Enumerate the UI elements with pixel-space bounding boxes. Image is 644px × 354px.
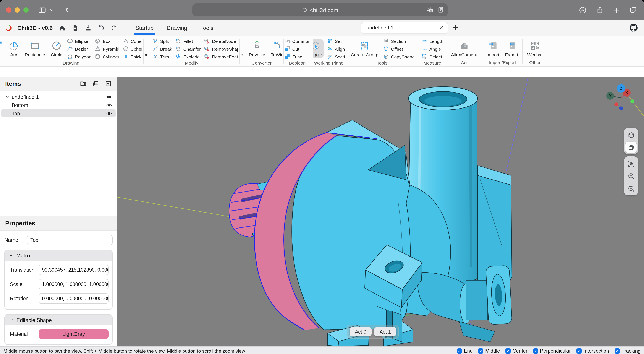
ribbon-button-mirror[interactable]: Mirror xyxy=(145,40,149,58)
act-button-act-0[interactable]: Act 0 xyxy=(350,327,372,336)
ribbon-button-removeshapes[interactable]: RemoveShapes xyxy=(204,45,238,53)
chevron-down-icon[interactable] xyxy=(49,7,54,13)
ribbon-button-explode[interactable]: Explode xyxy=(175,53,201,60)
eye-icon[interactable] xyxy=(106,94,112,100)
ribbon-button-box[interactable]: Box xyxy=(94,37,119,45)
reader-mode-icon[interactable] xyxy=(437,6,444,14)
ribbon-button-offset[interactable]: Offset xyxy=(383,45,415,53)
ribbon-button-angle[interactable]: Angle xyxy=(421,45,443,53)
minimize-window-button[interactable] xyxy=(15,7,20,13)
ribbon-button-align[interactable]: Align xyxy=(326,45,345,53)
viewport-3d[interactable]: Z X Y Act 0Act 1 xyxy=(117,77,644,346)
ribbon-button-fuse[interactable]: Fuse xyxy=(285,53,310,60)
tree-item-undefined-1[interactable]: undefined 1 xyxy=(1,93,116,101)
ribbon-button-toggle[interactable]: Toggle xyxy=(313,40,324,58)
ribbon-button-pyramid[interactable]: Pyramid xyxy=(94,45,119,53)
snap-toggle-tracking[interactable]: ✓Tracking xyxy=(615,348,640,353)
ribbon-button-thicksolid[interactable]: ThickSolid xyxy=(122,53,142,60)
redo-icon[interactable] xyxy=(110,24,118,32)
ribbon-button-line[interactable]: Line xyxy=(0,40,4,58)
ribbon-button-cone[interactable]: Cone xyxy=(122,37,142,45)
ribbon-button-circle[interactable]: Circle xyxy=(50,40,64,58)
undo-icon[interactable] xyxy=(97,24,104,32)
new-folder-icon[interactable] xyxy=(80,80,86,87)
ribbon-button-section[interactable]: Section xyxy=(383,37,415,45)
ribbon-button-rectangle[interactable]: Rectangle xyxy=(24,40,46,58)
new-tab-icon[interactable] xyxy=(613,6,620,14)
ribbon-button-common[interactable]: Common xyxy=(285,37,310,45)
fit-view-icon[interactable] xyxy=(626,158,637,169)
material-button[interactable]: LightGray xyxy=(38,329,109,339)
new-document-icon[interactable] xyxy=(71,24,78,32)
eye-icon[interactable] xyxy=(106,102,112,108)
name-field[interactable]: Top xyxy=(27,235,112,245)
collapse-all-icon[interactable] xyxy=(92,80,99,87)
checkbox-intersection[interactable]: ✓ xyxy=(576,348,582,353)
tab-drawing[interactable]: Drawing xyxy=(166,20,187,36)
back-icon[interactable] xyxy=(63,6,71,14)
snap-toggle-intersection[interactable]: ✓Intersection xyxy=(576,348,609,353)
checkbox-center[interactable]: ✓ xyxy=(506,348,511,353)
ribbon-button-chamfer[interactable]: Chamfer xyxy=(175,45,201,53)
snap-toggle-center[interactable]: ✓Center xyxy=(506,348,528,353)
eye-icon[interactable] xyxy=(106,110,112,116)
zoom-window-button[interactable] xyxy=(24,7,28,13)
snap-toggle-end[interactable]: ✓End xyxy=(457,348,473,353)
ribbon-button-import[interactable]: Import xyxy=(485,39,501,58)
add-document-icon[interactable] xyxy=(452,24,459,31)
snap-toggle-perpendicular[interactable]: ✓Perpendicular xyxy=(533,348,571,353)
tab-startup[interactable]: Startup xyxy=(135,20,154,36)
rotation-field[interactable]: 0.000000, 0.000000, 0.000000 xyxy=(38,293,109,304)
ribbon-button-aligncamera[interactable]: AlignCamera xyxy=(450,39,478,58)
github-icon[interactable] xyxy=(629,23,638,33)
editable-shape-section-header[interactable]: Editable Shape xyxy=(5,314,112,325)
act-button-act-1[interactable]: Act 1 xyxy=(374,327,396,336)
translation-field[interactable]: 99.390457, 215.102890, 0.00000 xyxy=(38,265,109,275)
expand-all-icon[interactable] xyxy=(105,80,112,87)
close-document-icon[interactable] xyxy=(439,25,444,30)
ribbon-button-section[interactable]: Section xyxy=(326,53,345,60)
checkbox-perpendicular[interactable]: ✓ xyxy=(533,348,538,353)
ribbon-button-set[interactable]: Set xyxy=(326,37,345,45)
tree-item-top[interactable]: Top xyxy=(1,109,116,117)
zoom-in-icon[interactable] xyxy=(626,170,637,182)
downloads-icon[interactable] xyxy=(578,6,587,14)
save-icon[interactable] xyxy=(84,24,92,32)
gizmo-neg-y[interactable] xyxy=(630,99,634,103)
document-tab[interactable]: undefined 1 xyxy=(361,22,448,33)
checkbox-end[interactable]: ✓ xyxy=(457,348,462,353)
ribbon-button-length[interactable]: Length xyxy=(421,37,443,45)
ribbon-button-select[interactable]: Select xyxy=(421,53,443,60)
ribbon-button-ellipse[interactable]: Ellipse xyxy=(67,37,92,45)
sidebar-toggle-icon[interactable] xyxy=(38,6,46,14)
ribbon-button-sphere[interactable]: Sphere xyxy=(122,45,142,53)
ribbon-button-sweep[interactable]: Sweep xyxy=(241,40,244,58)
ribbon-button-create-group[interactable]: Create Group xyxy=(350,40,380,58)
home-icon[interactable] xyxy=(58,24,66,32)
zoom-out-icon[interactable] xyxy=(626,183,637,194)
shaded-view-icon[interactable] xyxy=(626,129,637,140)
pump-model[interactable] xyxy=(229,87,512,346)
ribbon-button-bezier[interactable]: Bezier xyxy=(67,45,92,53)
ribbon-button-cut[interactable]: Cut xyxy=(285,45,310,53)
matrix-section-header[interactable]: Matrix xyxy=(5,250,112,261)
tree-item-bottom[interactable]: Bottom xyxy=(1,101,116,109)
snap-toggle-middle[interactable]: ✓Middle xyxy=(478,348,500,353)
ribbon-button-split[interactable]: Split xyxy=(152,37,172,45)
ribbon-button-arc[interactable]: Arc xyxy=(7,40,20,58)
ribbon-button-wechat[interactable]: Wechat xyxy=(526,39,544,58)
ribbon-button-revolve[interactable]: Revolve xyxy=(248,40,266,58)
orientation-gizmo[interactable]: Z X Y xyxy=(591,80,641,115)
ribbon-button-cylinder[interactable]: Cylinder xyxy=(94,53,119,60)
close-window-button[interactable] xyxy=(6,7,11,13)
gizmo-neg-x[interactable] xyxy=(614,103,618,106)
ribbon-button-copyshape[interactable]: CopyShape xyxy=(383,53,415,60)
url-bar[interactable]: chili3d.com A文 xyxy=(192,4,448,17)
chevron-down-icon[interactable] xyxy=(5,95,11,99)
clip-plane-icon[interactable] xyxy=(626,142,637,153)
tab-overview-icon[interactable] xyxy=(629,6,637,14)
scale-field[interactable]: 1.000000, 1.000000, 1.000000 xyxy=(38,279,109,289)
ribbon-button-towire[interactable]: ToWire xyxy=(270,40,282,58)
ribbon-button-break[interactable]: Break xyxy=(152,45,172,53)
checkbox-middle[interactable]: ✓ xyxy=(478,348,484,353)
